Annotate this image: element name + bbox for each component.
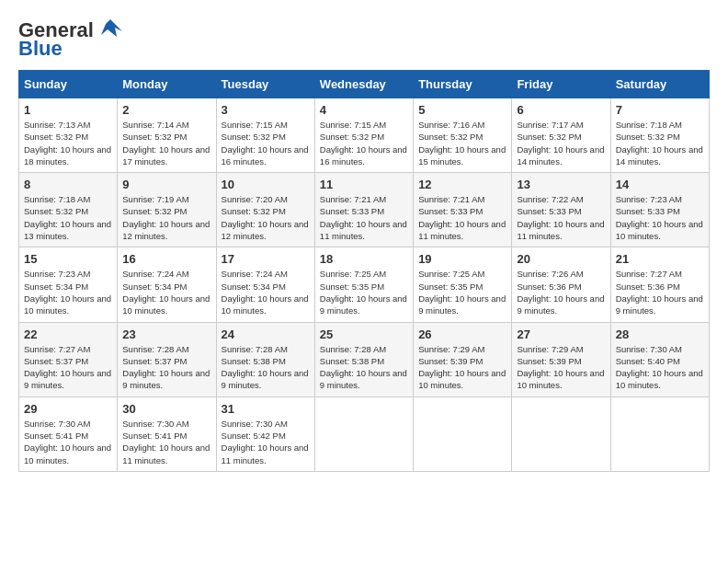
calendar-week-4: 22Sunrise: 7:27 AMSunset: 5:37 PMDayligh… (19, 322, 710, 396)
day-number: 19 (418, 252, 506, 266)
day-info: Sunrise: 7:16 AMSunset: 5:32 PMDaylight:… (418, 120, 506, 167)
day-header-thursday: Thursday (414, 71, 512, 98)
day-header-saturday: Saturday (610, 71, 709, 98)
day-info: Sunrise: 7:30 AMSunset: 5:41 PMDaylight:… (122, 419, 210, 465)
calendar-day-29: 29Sunrise: 7:30 AMSunset: 5:41 PMDayligh… (19, 396, 118, 471)
calendar-day-5: 5Sunrise: 7:16 AMSunset: 5:32 PMDaylight… (414, 98, 512, 173)
day-info: Sunrise: 7:27 AMSunset: 5:36 PMDaylight:… (616, 269, 703, 316)
calendar-day-9: 9Sunrise: 7:19 AMSunset: 5:32 PMDaylight… (118, 173, 216, 247)
calendar-day-20: 20Sunrise: 7:26 AMSunset: 5:36 PMDayligh… (512, 247, 610, 322)
day-number: 8 (24, 178, 112, 191)
day-header-wednesday: Wednesday (314, 71, 413, 98)
day-number: 10 (222, 178, 310, 191)
day-header-monday: Monday (118, 71, 216, 98)
day-info: Sunrise: 7:30 AMSunset: 5:41 PMDaylight:… (24, 419, 111, 465)
day-number: 3 (222, 103, 310, 117)
day-info: Sunrise: 7:23 AMSunset: 5:33 PMDaylight:… (616, 194, 703, 241)
day-info: Sunrise: 7:18 AMSunset: 5:32 PMDaylight:… (616, 120, 703, 167)
day-number: 4 (320, 103, 408, 117)
calendar-day-8: 8Sunrise: 7:18 AMSunset: 5:32 PMDaylight… (19, 173, 118, 247)
day-info: Sunrise: 7:28 AMSunset: 5:38 PMDaylight:… (320, 344, 407, 391)
calendar-day-14: 14Sunrise: 7:23 AMSunset: 5:33 PMDayligh… (610, 173, 709, 247)
calendar-day-6: 6Sunrise: 7:17 AMSunset: 5:32 PMDaylight… (512, 98, 610, 173)
day-number: 15 (24, 252, 112, 266)
day-number: 20 (517, 252, 605, 266)
empty-cell (512, 396, 610, 471)
day-number: 9 (122, 178, 210, 191)
logo: General Blue (18, 18, 124, 61)
day-number: 21 (616, 252, 704, 266)
day-info: Sunrise: 7:21 AMSunset: 5:33 PMDaylight:… (418, 194, 506, 241)
day-number: 23 (122, 327, 210, 341)
day-number: 5 (418, 103, 506, 117)
day-header-tuesday: Tuesday (216, 71, 314, 98)
day-number: 2 (122, 103, 210, 117)
day-info: Sunrise: 7:25 AMSunset: 5:35 PMDaylight:… (418, 269, 506, 316)
calendar-day-31: 31Sunrise: 7:30 AMSunset: 5:42 PMDayligh… (216, 396, 314, 471)
day-number: 30 (122, 402, 210, 416)
day-info: Sunrise: 7:23 AMSunset: 5:34 PMDaylight:… (24, 269, 111, 316)
calendar-day-24: 24Sunrise: 7:28 AMSunset: 5:38 PMDayligh… (216, 322, 314, 396)
day-info: Sunrise: 7:14 AMSunset: 5:32 PMDaylight:… (122, 120, 210, 167)
day-header-sunday: Sunday (19, 71, 118, 98)
day-info: Sunrise: 7:21 AMSunset: 5:33 PMDaylight:… (320, 194, 407, 241)
day-info: Sunrise: 7:20 AMSunset: 5:32 PMDaylight:… (222, 194, 309, 241)
calendar-day-11: 11Sunrise: 7:21 AMSunset: 5:33 PMDayligh… (314, 173, 413, 247)
day-info: Sunrise: 7:29 AMSunset: 5:39 PMDaylight:… (517, 344, 604, 391)
logo-blue: Blue (18, 37, 63, 61)
day-number: 1 (24, 103, 112, 117)
day-info: Sunrise: 7:17 AMSunset: 5:32 PMDaylight:… (517, 120, 604, 167)
day-number: 29 (24, 402, 112, 416)
day-info: Sunrise: 7:15 AMSunset: 5:32 PMDaylight:… (320, 120, 407, 167)
day-info: Sunrise: 7:25 AMSunset: 5:35 PMDaylight:… (320, 269, 407, 316)
calendar-day-25: 25Sunrise: 7:28 AMSunset: 5:38 PMDayligh… (314, 322, 413, 396)
days-header-row: SundayMondayTuesdayWednesdayThursdayFrid… (19, 71, 710, 98)
day-number: 11 (320, 178, 408, 191)
calendar-day-13: 13Sunrise: 7:22 AMSunset: 5:33 PMDayligh… (512, 173, 610, 247)
logo-bird-icon (97, 15, 124, 42)
day-info: Sunrise: 7:30 AMSunset: 5:42 PMDaylight:… (222, 419, 309, 465)
day-number: 24 (222, 327, 310, 341)
calendar-day-19: 19Sunrise: 7:25 AMSunset: 5:35 PMDayligh… (414, 247, 512, 322)
calendar-day-22: 22Sunrise: 7:27 AMSunset: 5:37 PMDayligh… (19, 322, 118, 396)
empty-cell (314, 396, 413, 471)
calendar-week-1: 1Sunrise: 7:13 AMSunset: 5:32 PMDaylight… (19, 98, 710, 173)
calendar-day-4: 4Sunrise: 7:15 AMSunset: 5:32 PMDaylight… (314, 98, 413, 173)
calendar-day-10: 10Sunrise: 7:20 AMSunset: 5:32 PMDayligh… (216, 173, 314, 247)
day-info: Sunrise: 7:28 AMSunset: 5:37 PMDaylight:… (122, 344, 210, 391)
calendar-day-18: 18Sunrise: 7:25 AMSunset: 5:35 PMDayligh… (314, 247, 413, 322)
calendar-day-17: 17Sunrise: 7:24 AMSunset: 5:34 PMDayligh… (216, 247, 314, 322)
day-number: 6 (517, 103, 605, 117)
calendar-day-21: 21Sunrise: 7:27 AMSunset: 5:36 PMDayligh… (610, 247, 709, 322)
calendar-day-7: 7Sunrise: 7:18 AMSunset: 5:32 PMDaylight… (610, 98, 709, 173)
calendar-week-2: 8Sunrise: 7:18 AMSunset: 5:32 PMDaylight… (19, 173, 710, 247)
empty-cell (414, 396, 512, 471)
day-info: Sunrise: 7:24 AMSunset: 5:34 PMDaylight:… (122, 269, 210, 316)
day-number: 28 (616, 327, 704, 341)
day-info: Sunrise: 7:22 AMSunset: 5:33 PMDaylight:… (517, 194, 604, 241)
header: General Blue (18, 18, 710, 61)
day-info: Sunrise: 7:24 AMSunset: 5:34 PMDaylight:… (222, 269, 309, 316)
day-number: 17 (222, 252, 310, 266)
day-number: 18 (320, 252, 408, 266)
empty-cell (610, 396, 709, 471)
calendar-day-15: 15Sunrise: 7:23 AMSunset: 5:34 PMDayligh… (19, 247, 118, 322)
day-number: 13 (517, 178, 605, 191)
calendar-day-30: 30Sunrise: 7:30 AMSunset: 5:41 PMDayligh… (118, 396, 216, 471)
calendar-day-3: 3Sunrise: 7:15 AMSunset: 5:32 PMDaylight… (216, 98, 314, 173)
day-info: Sunrise: 7:27 AMSunset: 5:37 PMDaylight:… (24, 344, 111, 391)
calendar-day-16: 16Sunrise: 7:24 AMSunset: 5:34 PMDayligh… (118, 247, 216, 322)
calendar-week-5: 29Sunrise: 7:30 AMSunset: 5:41 PMDayligh… (19, 396, 710, 471)
day-info: Sunrise: 7:30 AMSunset: 5:40 PMDaylight:… (616, 344, 703, 391)
day-info: Sunrise: 7:28 AMSunset: 5:38 PMDaylight:… (222, 344, 309, 391)
calendar-day-23: 23Sunrise: 7:28 AMSunset: 5:37 PMDayligh… (118, 322, 216, 396)
day-number: 14 (616, 178, 704, 191)
calendar-day-2: 2Sunrise: 7:14 AMSunset: 5:32 PMDaylight… (118, 98, 216, 173)
day-info: Sunrise: 7:15 AMSunset: 5:32 PMDaylight:… (222, 120, 309, 167)
day-number: 27 (517, 327, 605, 341)
day-info: Sunrise: 7:26 AMSunset: 5:36 PMDaylight:… (517, 269, 604, 316)
day-number: 7 (616, 103, 704, 117)
calendar-table: SundayMondayTuesdayWednesdayThursdayFrid… (18, 70, 710, 472)
calendar-day-28: 28Sunrise: 7:30 AMSunset: 5:40 PMDayligh… (610, 322, 709, 396)
calendar-day-27: 27Sunrise: 7:29 AMSunset: 5:39 PMDayligh… (512, 322, 610, 396)
